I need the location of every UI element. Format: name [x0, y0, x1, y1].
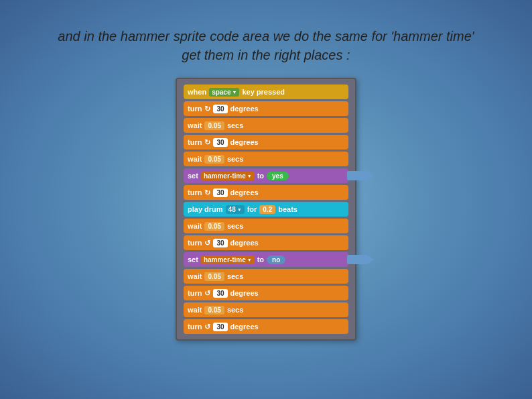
hammer-time-dropdown-1[interactable]: hammer-time: [201, 172, 255, 180]
num-30-4: 30: [213, 239, 227, 247]
set-label-1: set: [188, 172, 198, 180]
cw-icon-2: ↻: [204, 138, 210, 147]
degrees-label-2: degrees: [230, 138, 259, 146]
secs-label-5: secs: [227, 306, 243, 314]
num-30-5: 30: [213, 289, 227, 298]
play-drum-label: play drum: [188, 205, 223, 213]
header-line1: and in the hammer sprite code area we do…: [58, 27, 474, 46]
arrow-no: [347, 255, 374, 264]
block-turn-3: turn ↻ 30 degrees: [184, 185, 348, 200]
no-pill: no: [267, 255, 285, 264]
degrees-label-5: degrees: [230, 289, 259, 297]
num-30-2: 30: [213, 138, 227, 147]
num-005-2: 0.05: [204, 155, 224, 164]
beats-label: beats: [278, 205, 297, 213]
wait-label-1: wait: [188, 121, 202, 129]
block-turn-1: turn ↻ 30 degrees: [184, 101, 348, 116]
drum-dropdown[interactable]: 48: [226, 205, 245, 214]
block-wait-3: wait 0.05 secs: [184, 219, 348, 233]
ccw-icon-3: ↺: [204, 323, 210, 331]
when-label: when: [188, 88, 206, 96]
turn-label-3: turn: [188, 188, 202, 196]
num-005-3: 0.05: [204, 222, 224, 231]
to-label-2: to: [257, 255, 264, 264]
degrees-label-4: degrees: [230, 239, 259, 247]
num-005-1: 0.05: [204, 121, 224, 130]
ccw-icon-1: ↺: [204, 239, 210, 247]
num-30-1: 30: [213, 105, 227, 113]
block-wait-1: wait 0.05 secs: [184, 118, 348, 133]
cw-icon-3: ↻: [204, 188, 210, 197]
block-wait-2: wait 0.05 secs: [184, 152, 348, 166]
key-pressed-label: key pressed: [242, 88, 285, 96]
secs-label-2: secs: [227, 155, 243, 163]
block-when-space: when space key pressed: [184, 84, 348, 99]
secs-label-3: secs: [227, 222, 243, 230]
hammer-time-dropdown-2[interactable]: hammer-time: [201, 255, 255, 264]
turn-label-6: turn: [188, 323, 202, 331]
block-wait-4: wait 0.05 secs: [184, 269, 348, 284]
ccw-icon-2: ↺: [204, 289, 210, 298]
degrees-label-6: degrees: [230, 323, 259, 331]
num-005-5: 0.05: [204, 306, 224, 315]
header-line2: get them in the right places :: [58, 46, 474, 64]
wait-label-4: wait: [188, 272, 202, 280]
header-text: and in the hammer sprite code area we do…: [58, 27, 474, 64]
wait-label-3: wait: [188, 222, 202, 230]
turn-label-2: turn: [188, 138, 202, 146]
cw-icon-1: ↻: [204, 105, 210, 113]
num-30-3: 30: [213, 188, 227, 197]
turn-label-5: turn: [188, 289, 202, 297]
degrees-label-1: degrees: [230, 105, 259, 113]
wait-label-5: wait: [188, 306, 202, 314]
wait-label-2: wait: [188, 155, 202, 163]
set-label-2: set: [188, 255, 198, 264]
block-wait-5: wait 0.05 secs: [184, 302, 348, 317]
yes-pill: yes: [267, 172, 289, 180]
to-label-1: to: [257, 172, 264, 180]
num-005-4: 0.05: [204, 272, 224, 281]
block-turn-4: turn ↺ 30 degrees: [184, 235, 348, 250]
block-turn-6: turn ↺ 30 degrees: [184, 319, 348, 334]
block-turn-5: turn ↺ 30 degrees: [184, 286, 348, 300]
scratch-container: when space key pressed turn ↻ 30 degrees…: [176, 78, 356, 341]
block-play-drum: play drum 48 for 0.2 beats: [184, 202, 348, 217]
secs-label-1: secs: [227, 121, 243, 129]
turn-label-4: turn: [188, 239, 202, 247]
degrees-label-3: degrees: [230, 188, 259, 196]
num-30-6: 30: [213, 323, 227, 331]
for-label: for: [247, 205, 257, 213]
block-set-yes: set hammer-time to yes: [184, 168, 348, 183]
arrow-yes: [347, 171, 374, 180]
num-02: 0.2: [259, 205, 275, 214]
block-set-no: set hammer-time to no: [184, 252, 348, 267]
turn-label-1: turn: [188, 105, 202, 113]
space-dropdown[interactable]: space: [209, 88, 239, 97]
secs-label-4: secs: [227, 272, 243, 280]
block-turn-2: turn ↻ 30 degrees: [184, 135, 348, 150]
